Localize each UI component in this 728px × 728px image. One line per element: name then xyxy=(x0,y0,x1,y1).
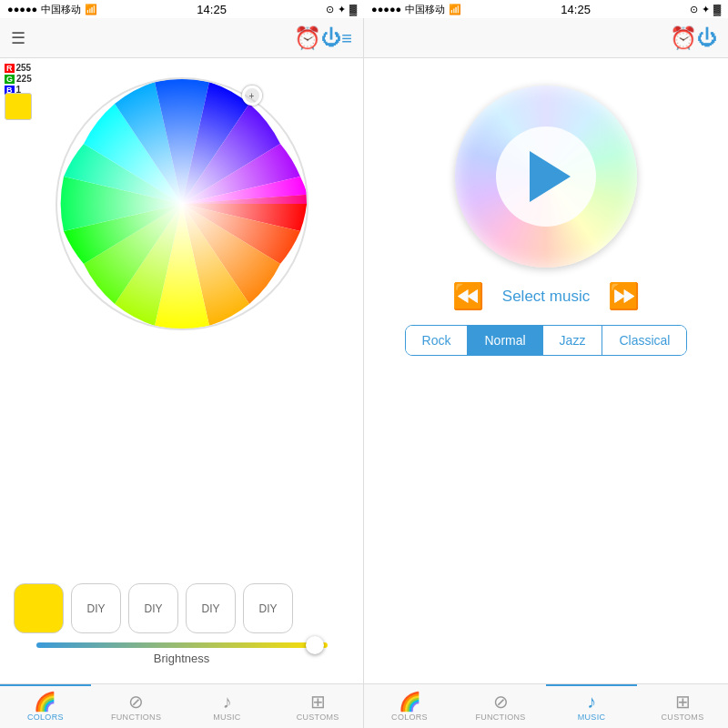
status-bars: ●●●●● 中国移动 📶 14:25 ⊙ ✦ ▓ ●●●●● 中国移动 📶 14… xyxy=(0,0,728,18)
tab-colors-label-right: COLORS xyxy=(391,713,428,722)
tab-music-left[interactable]: ♪ MUSIC xyxy=(182,684,273,728)
fast-forward-button[interactable]: ⏩ xyxy=(608,281,640,311)
diy-button-3[interactable]: DIY xyxy=(186,583,236,633)
g-label: G xyxy=(5,75,15,84)
alarm-icon-left: ⊙ xyxy=(326,4,334,15)
functions-icon-left: ⊘ xyxy=(128,693,144,711)
wifi-icon-left: 📶 xyxy=(85,4,97,15)
nav-bar-left: ☰ ⏰ ⏻ ≡ xyxy=(0,18,364,58)
tab-colors-right[interactable]: 🌈 COLORS xyxy=(364,684,455,728)
tab-functions-label-left: FUNCTIONS xyxy=(111,713,161,722)
bluetooth-icon-left: ✦ xyxy=(338,4,346,15)
main-content: R 255 G 225 B 1 xyxy=(0,58,728,683)
bottom-controls: DIY DIY DIY DIY Brightness xyxy=(0,574,363,674)
color-buttons: DIY DIY DIY DIY xyxy=(14,583,349,633)
alarm-nav-icon-left[interactable]: ⏰ xyxy=(294,25,321,51)
select-music-label: Select music xyxy=(502,288,590,306)
tab-customs-label-right: CUSTOMS xyxy=(662,713,704,722)
diy-button-2[interactable]: DIY xyxy=(128,583,178,633)
functions-icon-right: ⊘ xyxy=(493,693,509,711)
battery-icon-right: ▓ xyxy=(713,4,721,15)
diy-button-1[interactable]: DIY xyxy=(71,583,121,633)
carrier-right: 中国移动 xyxy=(405,3,445,16)
status-bar-left: ●●●●● 中国移动 📶 14:25 ⊙ ✦ ▓ xyxy=(0,0,364,18)
disc-outer xyxy=(455,86,637,268)
status-right-icons-left: ⊙ ✦ ▓ xyxy=(326,4,357,15)
carrier-left: 中国移动 xyxy=(41,3,81,16)
status-bar-right: ●●●●● 中国移动 📶 14:25 ⊙ ✦ ▓ xyxy=(364,0,728,18)
settings-icon-right: ⊙ xyxy=(690,4,698,15)
color-swatch[interactable] xyxy=(5,93,32,120)
r-value: 255 xyxy=(16,63,32,73)
brightness-row: Brightness xyxy=(14,642,349,665)
tab-customs-right[interactable]: ⊞ CUSTOMS xyxy=(637,684,728,728)
tab-bars: 🌈 COLORS ⊘ FUNCTIONS ♪ MUSIC ⊞ CUSTOMS 🌈… xyxy=(0,683,728,728)
genre-classical[interactable]: Classical xyxy=(602,326,686,355)
time-right: 14:25 xyxy=(561,3,591,16)
color-wheel-container[interactable]: + xyxy=(55,76,309,331)
color-wheel-svg[interactable] xyxy=(55,76,309,331)
battery-icon-left: ▓ xyxy=(349,4,357,15)
tab-customs-left[interactable]: ⊞ CUSTOMS xyxy=(272,684,363,728)
rgb-indicators: R 255 G 225 B 1 xyxy=(5,63,32,95)
status-left-info: ●●●●● 中国移动 📶 xyxy=(7,3,97,16)
color-wheel-selector[interactable]: + xyxy=(242,86,262,106)
tab-customs-label-left: CUSTOMS xyxy=(297,713,339,722)
tab-functions-label-right: FUNCTIONS xyxy=(475,713,525,722)
genre-buttons: Rock Normal Jazz Classical xyxy=(405,325,688,356)
genre-rock[interactable]: Rock xyxy=(406,326,469,355)
left-panel: R 255 G 225 B 1 xyxy=(0,58,364,683)
tab-music-label-right: MUSIC xyxy=(578,713,606,722)
status-right-icons-right: ⊙ ✦ ▓ xyxy=(690,4,721,15)
tab-colors-label-left: COLORS xyxy=(27,713,64,722)
power-nav-icon-right[interactable]: ⏻ xyxy=(697,26,717,50)
tab-bar-left: 🌈 COLORS ⊘ FUNCTIONS ♪ MUSIC ⊞ CUSTOMS xyxy=(0,684,364,728)
diy-button-4[interactable]: DIY xyxy=(243,583,293,633)
tab-bar-right: 🌈 COLORS ⊘ FUNCTIONS ♪ MUSIC ⊞ CUSTOMS xyxy=(364,684,728,728)
play-button[interactable] xyxy=(530,151,571,202)
signal-dots-right: ●●●●● xyxy=(371,4,401,15)
tab-functions-right[interactable]: ⊘ FUNCTIONS xyxy=(455,684,546,728)
tab-music-right[interactable]: ♪ MUSIC xyxy=(546,684,637,728)
r-label: R xyxy=(5,64,15,73)
music-icon-right: ♪ xyxy=(587,693,596,711)
tab-functions-left[interactable]: ⊘ FUNCTIONS xyxy=(91,684,182,728)
tab-colors-left[interactable]: 🌈 COLORS xyxy=(0,684,91,728)
power-nav-icon-left[interactable]: ⏻ xyxy=(321,26,341,50)
disc-inner[interactable] xyxy=(496,126,596,227)
grid-icon-right: ⊞ xyxy=(675,693,691,711)
rgb-row-g: G 225 xyxy=(5,74,32,84)
saturation-overlay xyxy=(56,78,308,329)
grid-icon-left: ⊞ xyxy=(310,693,326,711)
alarm-nav-icon-right[interactable]: ⏰ xyxy=(670,25,697,51)
disc-container xyxy=(455,86,637,268)
rewind-button[interactable]: ⏪ xyxy=(452,281,484,311)
brightness-slider[interactable] xyxy=(36,642,328,648)
nav-bars: ☰ ⏰ ⏻ ≡ ⏰ ⏻ xyxy=(0,18,728,58)
music-icon-left: ♪ xyxy=(222,693,231,711)
signal-dots-left: ●●●●● xyxy=(7,4,37,15)
music-controls: ⏪ Select music ⏩ xyxy=(364,281,728,311)
rgb-row-r: R 255 xyxy=(5,63,32,73)
nav-bar-right: ⏰ ⏻ xyxy=(364,18,728,58)
right-panel: ⏪ Select music ⏩ Rock Normal Jazz Classi… xyxy=(364,58,728,683)
g-value: 225 xyxy=(16,74,32,84)
menu-icon-left[interactable]: ☰ xyxy=(11,28,25,48)
genre-jazz[interactable]: Jazz xyxy=(543,326,603,355)
list-nav-icon-left[interactable]: ≡ xyxy=(341,28,352,49)
bluetooth-icon-right: ✦ xyxy=(702,4,710,15)
time-left: 14:25 xyxy=(197,3,227,16)
brightness-label: Brightness xyxy=(154,652,209,665)
wifi-icon-right: 📶 xyxy=(449,4,461,15)
rainbow-icon-left: 🌈 xyxy=(34,693,56,711)
status-right-carrier: ●●●●● 中国移动 📶 xyxy=(371,3,461,16)
yellow-color-button[interactable] xyxy=(14,583,64,633)
genre-normal[interactable]: Normal xyxy=(468,326,542,355)
tab-music-label-left: MUSIC xyxy=(213,713,241,722)
brightness-thumb[interactable] xyxy=(306,636,324,654)
rainbow-icon-right: 🌈 xyxy=(399,693,421,711)
